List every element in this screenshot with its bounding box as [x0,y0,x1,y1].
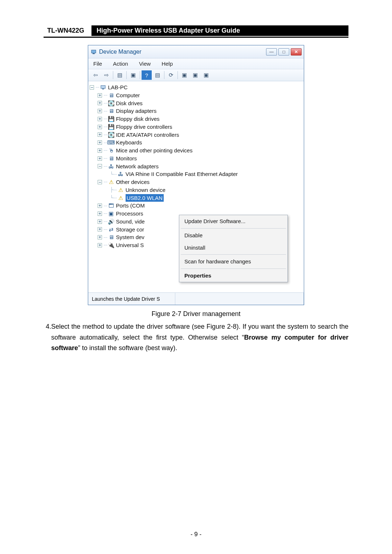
disable-icon[interactable]: ▣ [201,70,211,80]
expand-icon[interactable]: + [98,227,102,231]
menu-action[interactable]: Action [111,59,130,68]
tree-label: Ports (COM [116,202,144,210]
context-menu: Update Driver Software... Disable Uninst… [179,215,288,282]
uninstall-icon[interactable]: ▣ [190,70,200,80]
expand-icon[interactable]: + [98,132,102,137]
device-tree[interactable]: − ···· LAB-PC +····🖥Computer +····💽Disk … [88,81,304,292]
tree-node[interactable]: +····💽Disk drives [90,99,302,107]
network-icon: 🖧 [108,163,114,169]
tree-node[interactable]: +····⌨Keyboards [90,139,302,147]
tree-label: Network adapters [116,163,159,171]
step-text-post: ” to install the software (best way). [78,344,177,352]
page-number: - 9 - [0,531,392,538]
maximize-button[interactable]: □ [278,48,289,56]
cm-scan[interactable]: Scan for hardware changes [179,255,287,268]
menu-help[interactable]: Help [159,59,175,68]
update-driver-icon[interactable]: ▣ [179,70,189,80]
tree-child[interactable]: └····🖧VIA Rhine II Compatible Fast Ether… [90,170,302,178]
cm-properties[interactable]: Properties [179,270,287,282]
tree-label: Monitors [116,155,137,163]
show-hide-icon[interactable]: ▤ [115,70,125,80]
tree-label: Universal S [116,241,144,249]
tree-node-network[interactable]: −····🖧Network adapters [90,163,302,171]
minimize-button[interactable]: — [266,48,277,56]
tree-node[interactable]: +····💾Floppy drive controllers [90,123,302,131]
refresh-icon[interactable]: ▤ [152,70,163,80]
collapse-icon[interactable]: − [98,164,102,168]
step-number: 4. [44,321,51,354]
separator [140,71,140,79]
menu-file[interactable]: File [91,59,104,68]
expand-icon[interactable]: + [98,109,102,113]
tree-node[interactable]: +····🖥Monitors [90,155,302,163]
tree-label: Floppy drive controllers [116,123,172,131]
page-header: TL-WN422G High-Power Wireless USB Adapte… [44,25,348,38]
tree-label: Keyboards [116,139,142,147]
tree-label: Display adapters [116,107,156,115]
tree-label: Unknown device [126,186,166,194]
tree-node-other[interactable]: −····⚠Other devices [90,178,302,186]
floppy-controller-icon: 💾 [108,124,114,130]
collapse-icon[interactable]: − [90,85,94,90]
expand-icon[interactable]: + [98,101,102,105]
guide-title: High-Power Wireless USB Adapter User Gui… [91,25,348,36]
help-icon[interactable]: ? [142,70,152,80]
expand-icon[interactable]: + [98,204,102,208]
properties-icon[interactable]: ▣ [128,70,138,80]
model-code: TL-WN422G [44,25,88,36]
svg-rect-1 [93,53,95,54]
status-text: Launches the Update Driver S [88,293,175,305]
tree-label: Computer [116,91,140,99]
expand-icon[interactable]: + [98,243,102,247]
separator [177,71,178,79]
expand-icon[interactable]: + [98,235,102,239]
expand-icon[interactable]: + [98,117,102,121]
tree-label: Mice and other pointing devices [116,147,192,155]
expand-icon[interactable]: + [98,148,102,153]
svg-rect-3 [102,89,104,89]
tree-label: Disk drives [116,99,142,107]
tree-label: LAB-PC [108,83,127,91]
expand-icon[interactable]: + [98,212,102,216]
collapse-icon[interactable]: − [98,180,102,184]
separator [164,71,164,79]
step-text: Select the method to update the driver s… [51,321,348,354]
tree-root[interactable]: − ···· LAB-PC [90,83,302,91]
back-icon[interactable]: ⇦ [90,70,101,80]
cm-update-driver[interactable]: Update Driver Software... [179,215,287,227]
ports-icon: 🗔 [108,203,114,209]
step-4: 4. Select the method to update the drive… [44,321,348,354]
separator [113,71,113,79]
separator [181,254,286,255]
tree-label: Other devices [116,178,150,186]
scan-icon[interactable]: ⟳ [166,70,176,80]
tree-child-selected[interactable]: └····⚠USB2.0 WLAN [90,194,302,202]
svg-rect-2 [101,86,105,89]
device-manager-window: Device Manager — □ ✕ File Action View He… [88,45,304,305]
tree-node[interactable]: +····💽IDE ATA/ATAPI controllers [90,131,302,139]
expand-icon[interactable]: + [98,93,102,98]
expand-icon[interactable]: + [98,219,102,224]
expand-icon[interactable]: + [98,125,102,129]
tree-child[interactable]: ├····⚠Unknown device [90,186,302,194]
tree-node[interactable]: +····🖥Display adapters [90,107,302,115]
tree-node[interactable]: +····🖱Mice and other pointing devices [90,147,302,155]
expand-icon[interactable]: + [98,156,102,161]
close-button[interactable]: ✕ [291,48,302,56]
figure-caption: Figure 2-7 Driver management [44,310,348,318]
network-adapter-icon: 🖧 [118,171,124,177]
menu-view[interactable]: View [137,59,153,68]
forward-icon[interactable]: ⇨ [101,70,111,80]
tree-label: IDE ATA/ATAPI controllers [116,131,179,139]
tree-node[interactable]: +····🖥Computer [90,91,302,99]
warning-icon: ⚠ [108,179,114,185]
cm-uninstall[interactable]: Uninstall [179,242,287,254]
window-title: Device Manager [99,49,265,55]
system-device-icon: 🖥 [108,234,114,240]
menubar: File Action View Help [88,58,304,69]
cm-disable[interactable]: Disable [179,229,287,242]
processor-icon: ▣ [108,211,114,217]
tree-node[interactable]: +····🗔Ports (COM [90,202,302,210]
tree-node[interactable]: +····💾Floppy disk drives [90,115,302,123]
expand-icon[interactable]: + [98,140,102,145]
